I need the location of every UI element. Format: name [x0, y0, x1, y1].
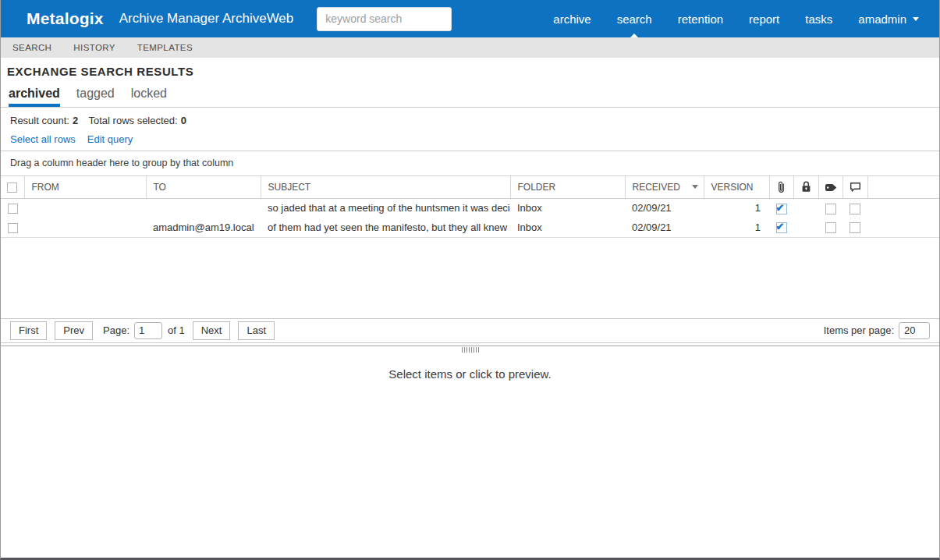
last-page-button[interactable]: Last [238, 321, 275, 340]
comment-icon [850, 182, 861, 193]
selected-rows-label: Total rows selected: [89, 115, 178, 126]
lock-icon [801, 181, 811, 193]
splitter-grip-icon[interactable] [462, 347, 479, 353]
cell-from [24, 198, 146, 218]
column-header-tagged[interactable] [818, 176, 842, 198]
result-links: Select all rows Edit query [10, 133, 930, 145]
subnav: SEARCH HISTORY TEMPLATES [1, 37, 939, 58]
cell-received: 02/09/21 [625, 198, 704, 218]
results-summary-panel: Result count:2 Total rows selected:0 Sel… [1, 107, 939, 151]
preview-placeholder-text: Select items or click to preview. [388, 367, 551, 381]
received-filter-caret[interactable] [692, 185, 698, 189]
cell-subject[interactable]: so jaded that at a meeting of the huntsm… [261, 198, 510, 218]
cell-subject[interactable]: of them had yet seen the manifesto, but … [261, 218, 510, 237]
cell-from [24, 218, 146, 237]
chevron-down-icon [913, 17, 919, 21]
attachment-icon [777, 181, 786, 193]
subnav-item-templates[interactable]: TEMPLATES [137, 43, 193, 52]
nav-item-tasks[interactable]: tasks [805, 0, 832, 37]
items-per-page-label: Items per page: [824, 324, 894, 336]
tab-locked[interactable]: locked [131, 87, 167, 107]
selected-rows-value: 0 [181, 115, 186, 126]
nav-item-search[interactable]: search [617, 0, 652, 37]
grid-empty-space [1, 238, 939, 318]
select-all-rows-link[interactable]: Select all rows [10, 133, 76, 145]
active-nav-indicator [630, 34, 638, 37]
row-select-checkbox[interactable] [8, 223, 18, 233]
preview-pane[interactable]: Select items or click to preview. [1, 352, 939, 381]
column-header-folder[interactable]: FOLDER [510, 176, 625, 198]
nav-item-report[interactable]: report [749, 0, 779, 37]
user-menu[interactable]: amadmin [858, 0, 919, 37]
select-all-checkbox[interactable] [7, 183, 17, 193]
column-header-locked[interactable] [793, 176, 818, 198]
table-header-row: FROM TO SUBJECT FOLDER RECEIVED VERSION [1, 176, 939, 198]
nav-item-retention[interactable]: retention [678, 0, 723, 37]
tab-archived[interactable]: archived [9, 87, 60, 107]
results-table: FROM TO SUBJECT FOLDER RECEIVED VERSION [1, 176, 939, 238]
column-header-subject[interactable]: SUBJECT [261, 176, 510, 198]
page-title: EXCHANGE SEARCH RESULTS [7, 65, 939, 78]
prev-page-button[interactable]: Prev [55, 321, 93, 340]
pagination-bar: First Prev Page: of 1 Next Last Items pe… [1, 318, 939, 343]
column-header-to[interactable]: TO [146, 176, 261, 198]
table-row[interactable]: amadmin@am19.local of them had yet seen … [1, 218, 939, 237]
cell-version: 1 [704, 198, 769, 218]
cell-folder: Inbox [510, 218, 625, 237]
column-header-comment[interactable] [842, 176, 867, 198]
cell-locked [793, 218, 818, 237]
next-page-button[interactable]: Next [193, 321, 231, 340]
page-total-label: of 1 [168, 324, 185, 336]
app-title: Archive Manager ArchiveWeb [119, 11, 294, 27]
column-header-from[interactable]: FROM [24, 176, 146, 198]
subnav-item-history[interactable]: HISTORY [73, 43, 115, 52]
result-tabs: archived tagged locked [1, 78, 939, 107]
page-label: Page: [103, 324, 129, 336]
comment-flag-checkbox[interactable] [850, 222, 860, 233]
row-select-checkbox[interactable] [8, 204, 18, 214]
top-header: Metalogix Archive Manager ArchiveWeb arc… [1, 0, 939, 37]
table-row[interactable]: so jaded that at a meeting of the huntsm… [1, 198, 939, 218]
cell-to: amadmin@am19.local [146, 218, 261, 237]
subnav-item-search[interactable]: SEARCH [12, 43, 51, 52]
app-window: Metalogix Archive Manager ArchiveWeb arc… [0, 0, 940, 560]
attachment-flag-checkbox[interactable] [776, 204, 787, 214]
page-number-input[interactable] [134, 322, 162, 339]
tag-icon [825, 183, 837, 192]
column-header-attachment[interactable] [769, 176, 793, 198]
top-nav: archive search retention report tasks am… [553, 0, 919, 37]
column-header-received[interactable]: RECEIVED [625, 176, 704, 198]
comment-flag-checkbox[interactable] [850, 204, 860, 214]
group-by-dropzone[interactable]: Drag a column header here to group by th… [1, 151, 939, 176]
tab-tagged[interactable]: tagged [76, 87, 115, 107]
cell-folder: Inbox [510, 198, 625, 218]
result-count-label: Result count: [10, 115, 69, 126]
cell-locked [793, 198, 818, 218]
result-count-value: 2 [73, 115, 78, 126]
tag-flag-checkbox[interactable] [825, 204, 836, 214]
tag-flag-checkbox[interactable] [825, 222, 836, 233]
first-page-button[interactable]: First [10, 321, 47, 340]
cell-to [146, 198, 261, 218]
cell-version: 1 [704, 218, 769, 237]
result-stats: Result count:2 Total rows selected:0 [10, 115, 930, 126]
items-per-page-input[interactable] [899, 322, 930, 339]
preview-splitter[interactable] [1, 346, 939, 352]
metalogix-logo: Metalogix [27, 9, 104, 28]
keyword-search-input[interactable] [317, 7, 452, 31]
edit-query-link[interactable]: Edit query [87, 133, 133, 145]
cell-received: 02/09/21 [625, 218, 704, 237]
nav-item-archive[interactable]: archive [553, 0, 591, 37]
column-header-version[interactable]: VERSION [704, 176, 769, 198]
attachment-flag-checkbox[interactable] [776, 222, 787, 233]
